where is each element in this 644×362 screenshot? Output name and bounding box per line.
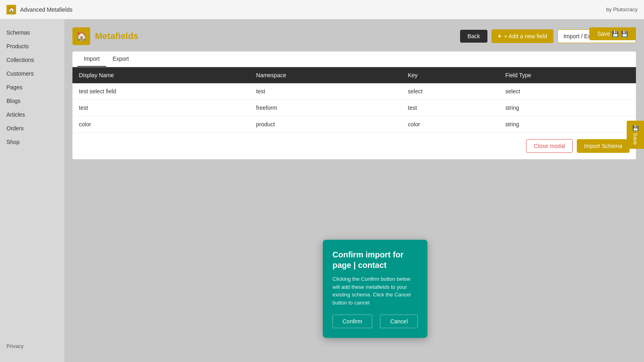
modal-tabs: Import Export bbox=[72, 51, 636, 67]
back-button[interactable]: Back bbox=[460, 30, 487, 43]
cell-field-type: string bbox=[499, 100, 636, 116]
add-field-button[interactable]: + + Add a new field bbox=[491, 29, 553, 43]
tab-export[interactable]: Export bbox=[106, 51, 135, 67]
top-bar: Advanced Metafields by Plutocracy bbox=[0, 0, 644, 19]
confirm-popup-text: Clicking the Confirm button below will a… bbox=[332, 275, 418, 306]
sidebar-item-shop[interactable]: Shop bbox=[0, 135, 64, 149]
sidebar-item-orders[interactable]: Orders bbox=[0, 121, 64, 135]
cell-key: select bbox=[401, 83, 499, 100]
confirm-button[interactable]: Confirm bbox=[332, 315, 372, 328]
close-modal-button[interactable]: Close modal bbox=[526, 139, 573, 153]
sidebar-item-articles[interactable]: Articles bbox=[0, 108, 64, 121]
table-header-row: Display Name Namespace Key Field Type bbox=[72, 67, 636, 83]
top-bar-left: Advanced Metafields bbox=[6, 5, 72, 14]
cell-display-name: test select field bbox=[72, 83, 250, 100]
save-right-label: Save bbox=[632, 133, 638, 145]
content-area: 🏠 Metafields Back + + Add a new field Im… bbox=[64, 19, 644, 362]
cell-display-name: test bbox=[72, 100, 250, 116]
cell-field-type: select bbox=[499, 83, 636, 100]
sidebar: Schemas Products Collections Customers P… bbox=[0, 19, 64, 362]
app-header: 🏠 Metafields Back + + Add a new field Im… bbox=[72, 27, 636, 45]
cell-namespace: product bbox=[250, 116, 401, 133]
add-field-label: + Add a new field bbox=[504, 33, 547, 39]
col-key: Key bbox=[401, 67, 499, 83]
cell-namespace: freeform bbox=[250, 100, 401, 116]
cell-display-name: color bbox=[72, 116, 250, 133]
save-right-icon: 💾 bbox=[632, 125, 638, 131]
sidebar-nav: Schemas Products Collections Customers P… bbox=[0, 26, 64, 149]
confirm-popup-title: Confirm import for page | contact bbox=[332, 249, 418, 270]
schema-table: Display Name Namespace Key Field Type te… bbox=[72, 67, 636, 133]
cell-key: test bbox=[401, 100, 499, 116]
sidebar-item-collections[interactable]: Collections bbox=[0, 53, 64, 67]
plus-icon: + bbox=[498, 33, 502, 40]
cell-field-type: string bbox=[499, 116, 636, 133]
app-header-logo: 🏠 bbox=[72, 27, 90, 45]
cell-key: color bbox=[401, 116, 499, 133]
app-header-title: Metafields bbox=[95, 31, 138, 41]
table-row: color product color string bbox=[72, 116, 636, 133]
confirm-popup-buttons: Confirm Cancel bbox=[332, 315, 418, 328]
confirm-popup: Confirm import for page | contact Clicki… bbox=[323, 240, 427, 338]
sidebar-item-schemas[interactable]: Schemas bbox=[0, 26, 64, 39]
save-button-top[interactable]: Save 💾 💾 bbox=[589, 27, 636, 40]
table-row: test freeform test string bbox=[72, 100, 636, 116]
app-name: Advanced Metafields bbox=[20, 6, 72, 13]
sidebar-item-products[interactable]: Products bbox=[0, 39, 64, 53]
sidebar-item-blogs[interactable]: Blogs bbox=[0, 94, 64, 108]
cancel-button[interactable]: Cancel bbox=[380, 315, 418, 328]
tab-import[interactable]: Import bbox=[77, 51, 106, 67]
sidebar-privacy-link[interactable]: Privacy bbox=[0, 337, 64, 356]
col-field-type: Field Type bbox=[499, 67, 636, 83]
save-icon: 💾 bbox=[621, 31, 628, 37]
save-button-right[interactable]: 💾 Save bbox=[627, 121, 644, 149]
sidebar-item-pages[interactable]: Pages bbox=[0, 80, 64, 94]
cell-namespace: test bbox=[250, 83, 401, 100]
app-logo bbox=[6, 5, 16, 14]
top-bar-byline: by Plutocracy bbox=[606, 6, 638, 12]
col-display-name: Display Name bbox=[72, 67, 250, 83]
main-layout: Schemas Products Collections Customers P… bbox=[0, 19, 644, 362]
import-schema-button[interactable]: Import Schema bbox=[577, 139, 630, 153]
save-label: Save 💾 bbox=[597, 31, 619, 37]
table-row: test select field test select select bbox=[72, 83, 636, 100]
modal-panel: Import Export Display Name Namespace Key… bbox=[72, 51, 636, 159]
table-actions: Close modal Import Schema bbox=[72, 133, 636, 159]
sidebar-item-customers[interactable]: Customers bbox=[0, 67, 64, 80]
col-namespace: Namespace bbox=[250, 67, 401, 83]
